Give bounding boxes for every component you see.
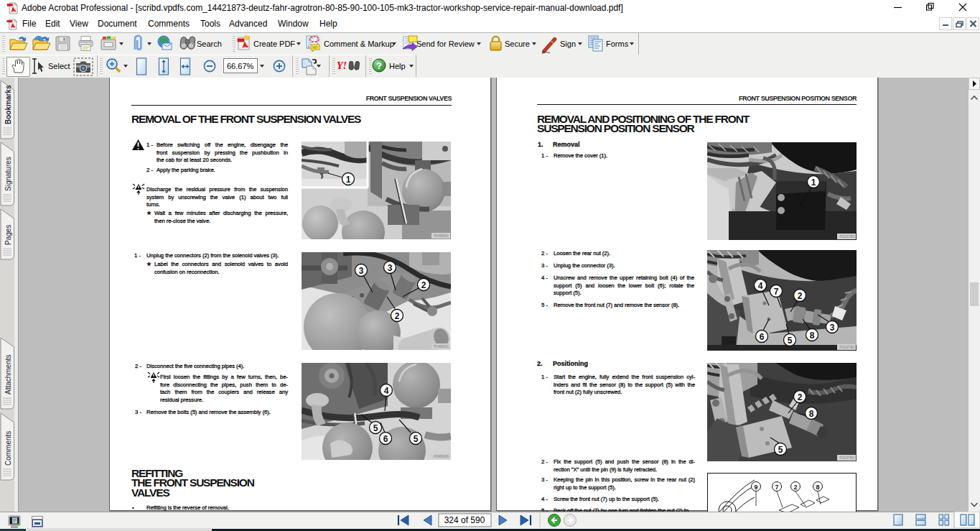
svg-text:?: ? <box>376 60 382 71</box>
svg-text:5: 5 <box>788 336 793 346</box>
svg-text:2: 2 <box>421 280 426 290</box>
svg-text:3: 3 <box>830 323 835 333</box>
svg-text:4: 4 <box>758 281 763 291</box>
svg-text:P1037B9: P1037B9 <box>839 234 854 239</box>
svg-text:2: 2 <box>793 484 797 491</box>
svg-text:6: 6 <box>383 434 388 444</box>
svg-text:8: 8 <box>810 331 815 341</box>
svg-text:324 of 590: 324 of 590 <box>444 515 485 525</box>
svg-text:4: 4 <box>384 386 389 396</box>
svg-text:7: 7 <box>774 287 779 297</box>
svg-text:Attachments: Attachments <box>4 354 12 394</box>
svg-text:8: 8 <box>816 484 819 491</box>
svg-text:5: 5 <box>414 434 419 444</box>
svg-text:Signatures: Signatures <box>4 157 12 191</box>
svg-text:8: 8 <box>809 409 814 419</box>
svg-text:1: 1 <box>811 177 816 188</box>
svg-text:Comments: Comments <box>4 431 12 466</box>
svg-text:P04B901: P04B901 <box>434 344 449 348</box>
svg-text:1: 1 <box>346 175 351 185</box>
svg-text:5: 5 <box>778 445 783 455</box>
svg-text:3: 3 <box>388 263 393 273</box>
svg-text:2: 2 <box>798 291 803 301</box>
svg-text:P04B891: P04B891 <box>434 234 449 238</box>
svg-text:2: 2 <box>798 392 803 402</box>
svg-text:9: 9 <box>754 484 757 491</box>
svg-text:3: 3 <box>359 266 364 276</box>
svg-text:P1037B0: P1037B0 <box>839 345 854 349</box>
svg-text:6: 6 <box>760 332 765 342</box>
svg-text:5: 5 <box>373 423 378 433</box>
svg-text:P04B906: P04B906 <box>434 454 449 458</box>
svg-text:P1037B0: P1037B0 <box>839 456 854 460</box>
svg-text:Pages: Pages <box>4 225 12 245</box>
svg-text:2: 2 <box>395 311 400 321</box>
svg-text:7: 7 <box>775 484 778 491</box>
svg-text:Bookmarks: Bookmarks <box>4 85 12 124</box>
